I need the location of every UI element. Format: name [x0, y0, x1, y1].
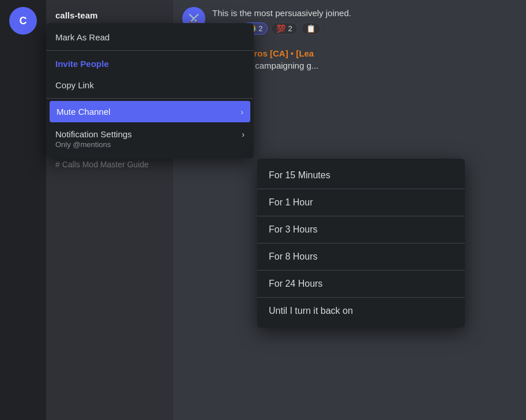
submenu-1hour[interactable]: For 1 Hour: [257, 189, 465, 216]
submenu-3hours[interactable]: For 3 Hours: [257, 216, 465, 243]
reaction-facts[interactable]: 📋: [301, 22, 321, 35]
channel-item-master-guide[interactable]: # Calls Mod Master Guide: [46, 156, 173, 172]
ctx-notification-settings[interactable]: Notification Settings › Only @mentions: [46, 123, 254, 155]
sidebar: C: [0, 0, 46, 420]
ctx-mute-label: Mute Channel: [57, 107, 110, 117]
reaction-100[interactable]: 💯 2: [271, 22, 297, 35]
submenu-until-back[interactable]: Until I turn it back on: [257, 298, 465, 324]
submenu-8hours[interactable]: For 8 Hours: [257, 243, 465, 270]
reaction-emoji: 📋: [306, 24, 315, 33]
reaction-count: 2: [288, 24, 292, 33]
message-content-1: This is the most persuasively joined. 🎉 …: [212, 7, 517, 35]
server-icon[interactable]: C: [9, 7, 37, 35]
ctx-mark-read[interactable]: Mark As Read: [46, 27, 254, 48]
context-menu: Mark As Read Invite People Copy Link Mut…: [46, 23, 254, 158]
ctx-copy-link[interactable]: Copy Link: [46, 74, 254, 96]
reaction-count: 2: [258, 24, 262, 33]
submenu-15min[interactable]: For 15 Minutes: [257, 162, 465, 189]
submenu-24hours[interactable]: For 24 Hours: [257, 271, 465, 297]
ctx-invite-people[interactable]: Invite People: [46, 53, 254, 74]
message-content-2: Jen Medeiros [CA] • [Lea I may be a camp…: [212, 48, 517, 72]
message-text-1: This is the most persuasively joined.: [212, 7, 517, 19]
ctx-notif-sublabel: Only @mentions: [55, 140, 245, 149]
ctx-divider-1: [46, 50, 254, 51]
ctx-notif-sub: Notification Settings ›: [55, 129, 245, 139]
reaction-emoji: 💯: [276, 24, 285, 33]
ctx-mute-channel[interactable]: Mute Channel ›: [50, 101, 250, 122]
message-text-2: I may be a campaigning g...: [212, 59, 517, 72]
ctx-notif-label: Notification Settings: [55, 129, 132, 139]
ctx-divider-2: [46, 98, 254, 99]
ctx-notif-arrow: ›: [242, 130, 245, 139]
mute-submenu: For 15 Minutes For 1 Hour For 3 Hours Fo…: [257, 159, 465, 328]
ctx-mute-arrow: ›: [241, 107, 243, 117]
reactions-row: 🎉 2 😂 2 💯 2 📋: [212, 22, 517, 35]
message-author-2: Jen Medeiros [CA] • [Lea: [212, 48, 517, 58]
